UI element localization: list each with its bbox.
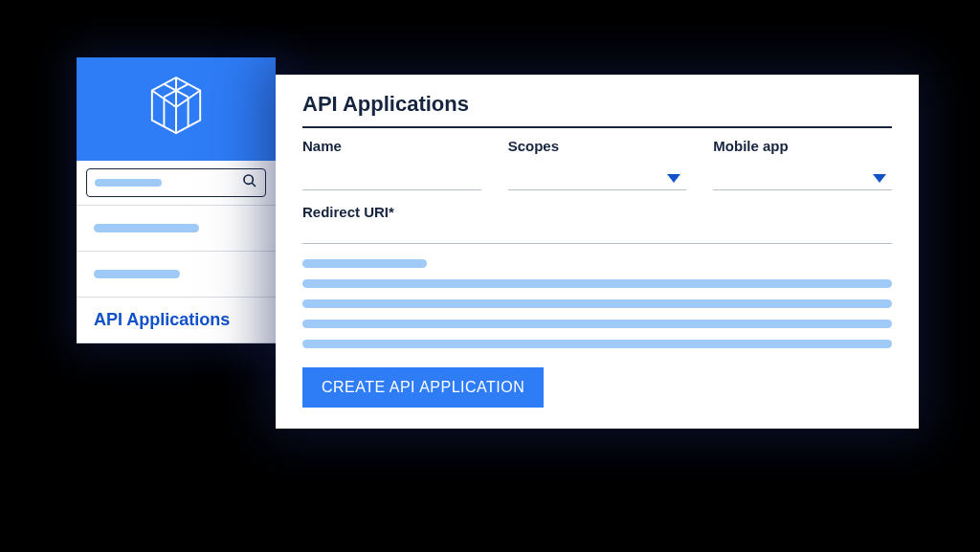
- scopes-select[interactable]: [508, 171, 687, 190]
- cube-logo-icon: [146, 74, 206, 144]
- sidebar-item-skeleton: [94, 270, 180, 278]
- field-mobile-app-label: Mobile app: [713, 138, 892, 154]
- field-scopes-label: Scopes: [508, 138, 687, 154]
- search-icon: [242, 173, 257, 192]
- sidebar-search-wrap: [77, 161, 276, 206]
- main-form-card: API Applications Name Scopes Mobile app …: [276, 75, 919, 429]
- sidebar-item-label: API Applications: [94, 310, 230, 330]
- mobile-app-select[interactable]: [713, 171, 892, 190]
- text-skeleton-line: [302, 320, 892, 328]
- create-api-application-button[interactable]: CREATE API APPLICATION: [302, 367, 544, 408]
- caret-down-icon: [667, 174, 680, 183]
- sidebar-search-input[interactable]: [86, 168, 266, 197]
- caret-down-icon: [873, 174, 886, 183]
- field-row-1: Name Scopes Mobile app: [302, 138, 892, 190]
- svg-line-1: [252, 183, 256, 187]
- sidebar-logo-area: [77, 57, 276, 161]
- sidebar-item-api-applications[interactable]: API Applications: [77, 298, 276, 343]
- redirect-input[interactable]: [302, 243, 892, 244]
- name-input[interactable]: [302, 171, 481, 190]
- field-name-label: Name: [302, 138, 481, 154]
- sidebar-item-1[interactable]: [77, 206, 276, 252]
- field-mobile-app: Mobile app: [713, 138, 892, 190]
- search-placeholder-skeleton: [95, 179, 162, 187]
- field-name: Name: [302, 138, 481, 190]
- text-skeleton-line: [302, 259, 427, 268]
- sidebar-item-skeleton: [94, 224, 199, 232]
- sidebar-item-2[interactable]: [77, 252, 276, 298]
- field-redirect-label: Redirect URI*: [302, 204, 892, 220]
- svg-point-0: [244, 175, 253, 184]
- text-skeleton-line: [302, 299, 892, 308]
- text-skeleton-line: [302, 279, 892, 288]
- text-skeleton-line: [302, 340, 892, 348]
- field-scopes: Scopes: [508, 138, 687, 190]
- sidebar: API Applications: [77, 57, 276, 343]
- page-title: API Applications: [302, 92, 892, 128]
- field-redirect: Redirect URI*: [302, 204, 892, 244]
